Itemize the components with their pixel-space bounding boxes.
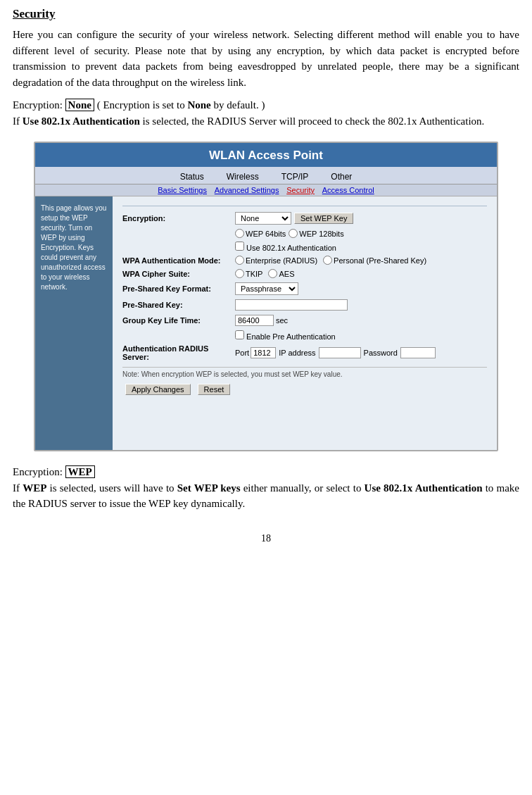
wpa-auth-row: WPA Authentication Mode: Enterprise (RAD… (122, 256, 487, 265)
wpa-cipher-row: WPA Cipher Suite: TKIP AES (122, 269, 487, 278)
wep-options-row: WEP 64bits WEP 128bits (122, 229, 487, 238)
set-wep-key-button[interactable]: Set WEP Key (294, 213, 353, 224)
enable-pre-auth-label: Enable Pre Authentication (235, 330, 336, 341)
port-input[interactable] (251, 347, 276, 358)
password-label: Password (364, 349, 398, 357)
nav-tab-status[interactable]: Status (169, 170, 215, 184)
wep-128-label: WEP 128bits (289, 229, 343, 238)
group-key-input[interactable] (235, 315, 274, 326)
personal-label: Personal (Pre-Shared Key) (323, 256, 426, 265)
wep-paragraph: Encryption: WEP If WEP is selected, user… (13, 464, 519, 512)
wpa-cipher-options: TKIP AES (235, 269, 294, 278)
button-row: Apply Changes Reset (122, 384, 487, 395)
nav-tab-other[interactable]: Other (319, 170, 363, 184)
personal-radio[interactable] (323, 256, 332, 265)
wep-64-label: WEP 64bits (235, 229, 286, 238)
enterprise-radio[interactable] (235, 256, 244, 265)
group-key-label: Group Key Life Time: (122, 316, 235, 325)
sidebar-text: This page allows you setup the WEP secur… (41, 204, 106, 291)
group-key-row: Group Key Life Time: sec (122, 315, 487, 326)
page-title: Security (13, 7, 519, 21)
aes-label: AES (268, 269, 294, 278)
wpa-auth-options: Enterprise (RADIUS) Personal (Pre-Shared… (235, 256, 426, 265)
use-802-bold-2: Use 802.1x Authentication (365, 482, 483, 494)
wpa-auth-label: WPA Authentication Mode: (122, 256, 235, 265)
ip-label: IP address (279, 349, 315, 357)
subnav-access[interactable]: Access Control (322, 186, 374, 194)
enable-pre-auth-text: Enable Pre Authentication (246, 332, 336, 341)
encryption-label-2: Encryption: (13, 466, 63, 477)
use-802-row: Use 802.1x Authentication (122, 242, 487, 252)
device-note: Note: When encryption WEP is selected, y… (122, 367, 487, 378)
wep-64-radio[interactable] (235, 229, 244, 238)
use-802-bold: Use 802.1x Authentication (23, 115, 140, 127)
wpa-cipher-label: WPA Cipher Suite: (122, 270, 235, 278)
none-box: None (65, 99, 94, 111)
encryption-form-label: Encryption: (122, 214, 235, 223)
ip-input[interactable] (319, 347, 361, 358)
auth-radius-row: Authentication RADIUS Server: Port IP ad… (122, 344, 487, 361)
tkip-radio[interactable] (235, 269, 244, 278)
port-label: Port (235, 349, 249, 357)
none-bold: None (187, 99, 210, 111)
encryption-select[interactable]: None WEP WPA (235, 212, 291, 225)
wep-128-radio[interactable] (289, 229, 298, 238)
nav-tab-wireless[interactable]: Wireless (215, 170, 270, 184)
device-nav: Status Wireless TCP/IP Other (35, 167, 497, 184)
preshared-key-row: Pre-Shared Key: (122, 299, 487, 311)
tkip-label: TKIP (235, 269, 262, 278)
use-802-checkbox-label: Use 802.1x Authentication (235, 242, 336, 252)
set-wep-keys-bold: Set WEP keys (177, 482, 241, 494)
intro-paragraph: Here you can configure the security of y… (13, 27, 519, 90)
device-body: This page allows you setup the WEP secur… (35, 196, 497, 450)
preshared-format-select[interactable]: Passphrase Hex (235, 282, 298, 295)
page-number: 18 (13, 533, 519, 544)
subnav-security[interactable]: Security (286, 186, 315, 194)
use-802-text: Use 802.1x Authentication (246, 244, 336, 252)
encryption-label-1: Encryption: (13, 99, 63, 111)
subnav-advanced[interactable]: Advanced Settings (215, 186, 279, 194)
auth-radius-label: Authentication RADIUS Server: (122, 344, 235, 361)
nav-tab-tcpip[interactable]: TCP/IP (270, 170, 320, 184)
preshared-format-row: Pre-Shared Key Format: Passphrase Hex (122, 282, 487, 295)
enterprise-label: Enterprise (RADIUS) (235, 256, 317, 265)
use-802-text: If Use 802.1x Authentication is selected… (13, 115, 484, 127)
preshared-key-label: Pre-Shared Key: (122, 301, 235, 309)
enable-pre-auth-row: Enable Pre Authentication (122, 330, 487, 341)
device-sidebar: This page allows you setup the WEP secur… (35, 196, 113, 450)
reset-button[interactable]: Reset (198, 384, 231, 395)
subnav-basic[interactable]: Basic Settings (158, 186, 207, 194)
apply-changes-button[interactable]: Apply Changes (125, 384, 191, 395)
password-input[interactable] (400, 347, 436, 358)
preshared-key-input[interactable] (235, 299, 348, 311)
use-802-checkbox[interactable] (235, 242, 244, 251)
device-screenshot: WLAN Access Point Status Wireless TCP/IP… (34, 142, 498, 451)
device-main: Encryption: None WEP WPA Set WEP Key WEP… (113, 196, 497, 450)
encryption-desc-1: ( Encryption is set to None by default. … (97, 99, 265, 111)
section-title (122, 204, 487, 206)
group-key-unit: sec (276, 316, 288, 325)
device-header: WLAN Access Point (35, 143, 497, 167)
encryption-none-paragraph: Encryption: None ( Encryption is set to … (13, 97, 519, 129)
wep-box: WEP (65, 465, 95, 478)
wep-bold: WEP (23, 482, 46, 494)
enable-pre-auth-checkbox[interactable] (235, 330, 244, 339)
device-subnav: Basic Settings Advanced Settings Securit… (35, 184, 497, 196)
aes-radio[interactable] (268, 269, 277, 278)
preshared-format-label: Pre-Shared Key Format: (122, 284, 235, 293)
encryption-row: Encryption: None WEP WPA Set WEP Key (122, 212, 487, 225)
